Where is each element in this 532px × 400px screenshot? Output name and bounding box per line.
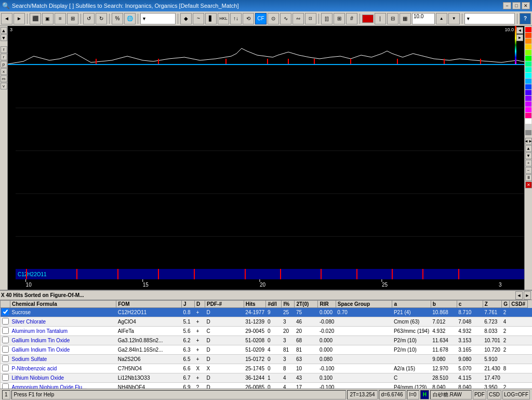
swatch-blue[interactable] xyxy=(525,84,531,89)
table-row[interactable]: P-Nitrobenzoic acidC7H5NO46.6XX25-174508… xyxy=(1,364,533,373)
wave-btn2[interactable]: ∾ xyxy=(292,13,304,24)
stop-button[interactable]: ⬛ xyxy=(30,13,41,24)
col-b[interactable]: c xyxy=(457,301,483,308)
col-g[interactable]: CSD# xyxy=(510,301,528,308)
diamond-button[interactable]: ◆ xyxy=(180,13,192,24)
checkbox-input[interactable] xyxy=(2,355,9,362)
zoom-up-btn[interactable]: ▲ xyxy=(436,13,447,24)
zoom-dn-btn[interactable]: ▼ xyxy=(448,13,460,24)
col-a[interactable]: b xyxy=(431,301,457,308)
col-t0[interactable]: RIR xyxy=(318,301,336,308)
pattern-dropdown[interactable]: ▼ xyxy=(140,13,176,24)
right-pan-dn[interactable]: ▼ xyxy=(525,152,532,159)
swatch-red[interactable] xyxy=(525,27,531,32)
checkbox-input[interactable] xyxy=(2,327,9,334)
redo-button[interactable]: ↻ xyxy=(96,13,107,24)
row-v-btn[interactable]: v xyxy=(1,83,7,89)
row-p-btn[interactable]: p xyxy=(1,61,7,68)
checkbox-input[interactable] xyxy=(2,308,9,315)
swatch-lightgray[interactable] xyxy=(525,124,531,130)
row-m-btn[interactable]: m xyxy=(1,75,7,82)
pdf-button[interactable]: PDF xyxy=(473,390,486,399)
row-checkbox[interactable] xyxy=(1,355,10,364)
checkbox-input[interactable] xyxy=(2,365,9,371)
col-d[interactable]: PDF-# xyxy=(205,301,244,308)
swatch-orange[interactable] xyxy=(525,38,531,44)
nav-dn-btn[interactable]: ▼ xyxy=(1,34,7,41)
globe-button[interactable]: 🌐 xyxy=(124,13,136,24)
col-rir[interactable]: Space Group xyxy=(336,301,392,308)
swatch-indigo[interactable] xyxy=(525,90,531,95)
undo-button[interactable]: ↺ xyxy=(83,13,95,24)
col-i[interactable]: 2T(0) xyxy=(295,301,318,308)
swatch-sky[interactable] xyxy=(525,79,531,84)
row-checkbox[interactable] xyxy=(1,345,10,355)
col-ddl[interactable]: I% xyxy=(282,301,295,308)
hash-btn[interactable]: # xyxy=(346,13,357,24)
swatch-spring[interactable] xyxy=(525,61,531,67)
overview-strip[interactable]: 3 10.0 xyxy=(8,26,524,65)
row-checkbox[interactable] xyxy=(1,336,10,345)
overview-scroll-left[interactable]: ◄ xyxy=(516,27,523,34)
right-scroll-up[interactable]: ◄► xyxy=(525,138,532,145)
arrow-button[interactable]: ↑↓ xyxy=(230,13,242,24)
circle-button[interactable]: ⊙ xyxy=(268,13,279,24)
lbl-button[interactable]: HKL xyxy=(218,13,229,24)
row-r-btn[interactable]: r xyxy=(1,54,7,60)
right-pan-up[interactable]: ▲ xyxy=(525,145,532,152)
grid2-btn[interactable]: ⊞ xyxy=(334,13,345,24)
col-hits[interactable]: #d/l xyxy=(266,301,282,308)
checkbox-input[interactable] xyxy=(2,346,9,353)
swatch-green[interactable] xyxy=(525,56,531,61)
col-name[interactable]: Chemical Formula xyxy=(10,301,116,308)
row-checkbox[interactable] xyxy=(1,364,10,373)
csd-button[interactable]: CSD xyxy=(487,390,501,399)
checkbox-input[interactable] xyxy=(2,383,9,389)
col-sg[interactable]: a xyxy=(392,301,431,308)
tool2-btn[interactable]: ⊟ xyxy=(387,13,398,24)
right-zoom-out[interactable]: − xyxy=(525,167,532,174)
rotate-button[interactable]: ⟲ xyxy=(243,13,254,24)
bar-chart-btn[interactable]: ▋ xyxy=(205,13,217,24)
table-row[interactable]: Aluminum Iron TantalumAlFeTa5.6+C29-0045… xyxy=(1,327,533,336)
zoom-input[interactable]: 10.0 xyxy=(412,13,435,24)
row-checkbox[interactable] xyxy=(1,383,10,389)
table-row[interactable]: Silver ChlorateAgClO45.1+D31-12390346-0.… xyxy=(1,317,533,327)
help-button[interactable]: ? xyxy=(520,13,531,24)
table-row[interactable]: SucroseC12H22O110.8+D24-1977925750.0000.… xyxy=(1,308,533,317)
swatch-orange-red[interactable] xyxy=(525,33,531,38)
row-checkbox[interactable] xyxy=(1,308,10,317)
percent-button[interactable]: % xyxy=(112,13,123,24)
swatch-magenta[interactable] xyxy=(525,107,531,112)
forward-button[interactable]: ► xyxy=(14,13,25,24)
right-remove[interactable]: ✕ xyxy=(525,182,532,188)
tilde-button[interactable]: ~ xyxy=(193,13,204,24)
swatch-white[interactable] xyxy=(525,119,531,124)
right-pause[interactable]: ⏸ xyxy=(525,174,532,181)
swatch-cyan[interactable] xyxy=(525,73,531,78)
col-z[interactable]: G xyxy=(502,301,510,308)
swatch-rose[interactable] xyxy=(525,113,531,118)
nav-up-btn[interactable]: ▲ xyxy=(1,27,7,34)
results-nav-next[interactable]: ► xyxy=(524,291,531,300)
checkbox-input[interactable] xyxy=(2,337,9,343)
close-button[interactable]: ✕ xyxy=(522,2,530,9)
table-row[interactable]: Lithium Niobium OxideLi12Nb13O336.7+D36-… xyxy=(1,373,533,383)
results-nav-prev[interactable]: ◄ xyxy=(515,291,523,300)
secondary-dropdown[interactable]: ▼ xyxy=(464,13,515,24)
wave-btn1[interactable]: ∿ xyxy=(280,13,291,24)
col-formula[interactable]: FOM xyxy=(116,301,182,308)
row-f-btn[interactable]: f xyxy=(1,46,7,53)
red-box-btn[interactable] xyxy=(362,15,374,23)
col-c[interactable]: Z xyxy=(483,301,502,308)
table-row[interactable]: Sodium SulfateNa2S2O66.5+D15-017203630.0… xyxy=(1,355,533,364)
col-pdf[interactable]: Hits xyxy=(244,301,266,308)
cf-button[interactable]: CF xyxy=(255,13,267,24)
list-button[interactable]: ≡ xyxy=(55,13,66,24)
table-row[interactable]: Ammonium Niobium Oxide Flu...NH4NbOF46.9… xyxy=(1,383,533,389)
checkbox-input[interactable] xyxy=(2,374,9,381)
minimize-button[interactable]: − xyxy=(503,2,511,9)
main-chart[interactable]: Intensity(Counts) xyxy=(8,65,524,279)
table-row[interactable]: Gallium Indium Tin OxideGa2.84In1.16Sn2.… xyxy=(1,345,533,355)
bracket-btn[interactable]: [|] xyxy=(321,13,332,24)
